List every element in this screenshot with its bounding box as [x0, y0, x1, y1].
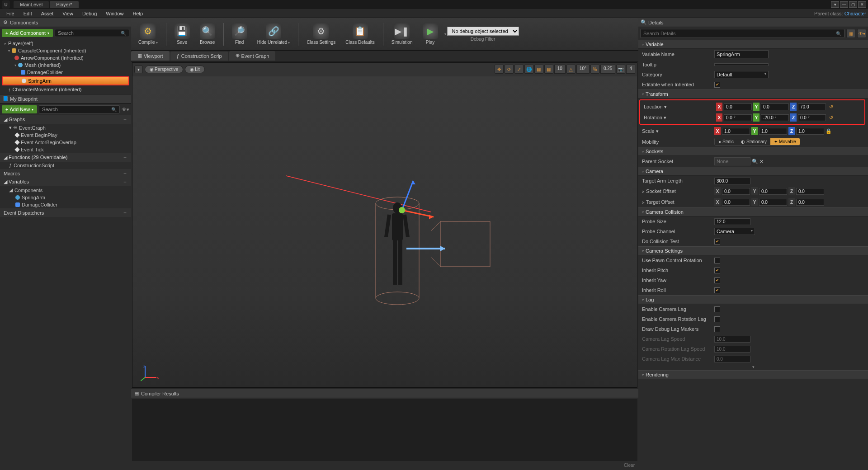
- save-button[interactable]: 💾Save: [170, 22, 194, 47]
- add-graph-icon[interactable]: ＋: [123, 116, 127, 123]
- coord-space-icon[interactable]: 🌐: [524, 65, 533, 74]
- component-spring-arm[interactable]: SpringArm: [2, 76, 129, 85]
- editable-checkbox[interactable]: ✔: [714, 82, 720, 88]
- target-arm-length-input[interactable]: 300.0: [714, 178, 750, 184]
- scale-y-input[interactable]: 1.0: [759, 128, 787, 135]
- move-tool-icon[interactable]: ✥: [495, 65, 504, 74]
- component-mesh[interactable]: ▾Mesh (Inherited): [0, 61, 131, 69]
- category-rendering[interactable]: Rendering: [638, 370, 868, 379]
- target-offset-y[interactable]: 0.0: [759, 199, 787, 206]
- category-transform[interactable]: Transform: [638, 89, 868, 99]
- item-var-components[interactable]: ◢ Components: [0, 186, 131, 194]
- item-event-beginplay[interactable]: Event BeginPlay: [0, 132, 131, 139]
- scale-tool-icon[interactable]: ⤢: [514, 65, 524, 74]
- section-variables[interactable]: ◢ Variables＋: [0, 178, 131, 186]
- menu-help[interactable]: Help: [128, 10, 147, 17]
- property-matrix-icon[interactable]: ▦: [846, 29, 855, 38]
- socket-search-icon[interactable]: 🔍: [752, 159, 758, 164]
- camera-speed-icon[interactable]: 📷: [616, 65, 625, 74]
- socket-clear-icon[interactable]: ✕: [760, 159, 764, 164]
- lit-mode-button[interactable]: ◉ Lit: [185, 66, 205, 73]
- add-macro-icon[interactable]: ＋: [123, 170, 127, 177]
- blueprint-search-input[interactable]: Search: [39, 105, 120, 113]
- play-dropdown-icon[interactable]: ▾: [444, 32, 446, 36]
- parent-class-link[interactable]: Character: [844, 11, 866, 16]
- probe-channel-select[interactable]: Camera: [714, 228, 755, 235]
- viewport-options-button[interactable]: ▾: [134, 66, 143, 73]
- window-dropdown-icon[interactable]: ▾: [831, 1, 839, 8]
- location-reset-icon[interactable]: ↺: [829, 104, 833, 110]
- compiler-clear-button[interactable]: Clear: [624, 463, 635, 468]
- item-event-overlap[interactable]: Event ActorBeginOverlap: [0, 139, 131, 146]
- category-camera[interactable]: Camera: [638, 167, 868, 176]
- window-close-icon[interactable]: ✕: [858, 1, 866, 8]
- hide-unrelated-button[interactable]: 🔗Hide Unrelated▾: [253, 22, 295, 47]
- mobility-stationary[interactable]: ◐ Stationary: [737, 138, 770, 145]
- rotation-z-input[interactable]: 0.0 °: [798, 114, 826, 121]
- viewport-scene[interactable]: x z: [132, 76, 637, 387]
- menu-window[interactable]: Window: [101, 10, 128, 17]
- components-search-input[interactable]: Search: [55, 29, 129, 37]
- angle-snap-icon[interactable]: △: [566, 65, 576, 74]
- item-event-tick[interactable]: Event Tick: [0, 146, 131, 153]
- draw-debug-checkbox[interactable]: [714, 326, 720, 332]
- component-damage-collider[interactable]: DamageCollider: [0, 69, 131, 76]
- rotation-y-input[interactable]: -20.0 °: [761, 114, 789, 121]
- category-lag[interactable]: Lag: [638, 295, 868, 304]
- expand-advanced-icon[interactable]: ▾: [638, 364, 868, 370]
- tab-construction-script[interactable]: ƒ Construction Scrip: [170, 52, 228, 61]
- variable-name-input[interactable]: SpringArm: [714, 50, 769, 58]
- component-capsule[interactable]: ▾CapsuleComponent (Inherited): [0, 47, 131, 54]
- parent-socket-input[interactable]: None: [714, 157, 750, 165]
- view-options-icon[interactable]: 👁▾: [122, 107, 129, 113]
- class-settings-button[interactable]: ⚙Class Settings: [302, 22, 340, 47]
- section-functions[interactable]: ◢ Functions (29 Overridable)＋: [0, 153, 131, 162]
- location-z-input[interactable]: 70.0: [798, 103, 826, 110]
- category-sockets[interactable]: Sockets: [638, 147, 868, 156]
- angle-snap-value[interactable]: 10°: [576, 65, 590, 74]
- perspective-button[interactable]: ◉ Perspective: [145, 66, 183, 73]
- item-var-damage[interactable]: DamageCollider: [0, 201, 131, 208]
- component-arrow[interactable]: ArrowComponent (Inherited): [0, 54, 131, 61]
- section-macros[interactable]: Macros＋: [0, 169, 131, 178]
- category-select[interactable]: Default: [714, 71, 769, 78]
- location-y-input[interactable]: 0.0: [761, 103, 789, 110]
- category-variable[interactable]: Variable: [638, 40, 868, 49]
- grid-snap-icon[interactable]: ▦: [544, 65, 553, 74]
- visibility-filter-icon[interactable]: 👁▾: [857, 29, 866, 38]
- do-collision-checkbox[interactable]: ✔: [714, 239, 720, 244]
- target-offset-x[interactable]: 0.0: [722, 199, 750, 206]
- rotation-x-input[interactable]: 0.0 °: [724, 114, 752, 121]
- item-var-springarm[interactable]: SpringArm: [0, 194, 131, 201]
- tab-viewport[interactable]: ▦ Viewport: [131, 51, 170, 61]
- add-dispatcher-icon[interactable]: ＋: [123, 209, 127, 216]
- enable-lag-checkbox[interactable]: [714, 306, 720, 312]
- find-button[interactable]: 🔎Find: [227, 22, 252, 47]
- mobility-static[interactable]: ● Static: [715, 138, 737, 145]
- socket-offset-y[interactable]: 0.0: [759, 188, 787, 195]
- lag-speed-input[interactable]: 10.0: [714, 336, 750, 343]
- inherit-pitch-checkbox[interactable]: ✔: [714, 268, 720, 273]
- lag-max-dist-input[interactable]: 0.0: [714, 356, 750, 362]
- inherit-yaw-checkbox[interactable]: ✔: [714, 277, 720, 283]
- rotation-reset-icon[interactable]: ↺: [829, 115, 833, 121]
- location-x-input[interactable]: 0.0: [724, 103, 752, 110]
- rotate-tool-icon[interactable]: ⟳: [505, 65, 514, 74]
- tab-mainlevel[interactable]: MainLevel: [14, 1, 49, 8]
- scale-z-input[interactable]: 1.0: [796, 128, 824, 135]
- rot-lag-speed-input[interactable]: 10.0: [714, 346, 750, 352]
- viewport[interactable]: ▾ ◉ Perspective ◉ Lit ✥ ⟳ ⤢ 🌐 ▦ ▦ 10 △ 1…: [132, 62, 637, 388]
- tooltip-input[interactable]: [714, 63, 769, 66]
- section-graphs[interactable]: ◢ Graphs＋: [0, 115, 131, 124]
- scale-snap-value[interactable]: 0.25: [600, 65, 615, 74]
- category-camera-settings[interactable]: Camera Settings: [638, 246, 868, 255]
- scale-x-input[interactable]: 1.0: [722, 128, 750, 135]
- tab-player[interactable]: Player*: [50, 1, 78, 8]
- section-dispatchers[interactable]: Event Dispatchers＋: [0, 208, 131, 217]
- play-button[interactable]: ▶Play: [418, 22, 443, 47]
- window-maximize-icon[interactable]: ▢: [849, 1, 857, 8]
- item-construction-script[interactable]: ƒ ConstructionScript: [0, 162, 131, 169]
- grid-snap-value[interactable]: 10: [554, 65, 566, 74]
- item-event-graph[interactable]: ▾ ⁜ EventGraph: [0, 124, 131, 132]
- mobility-movable[interactable]: ✦ Movable: [770, 138, 800, 145]
